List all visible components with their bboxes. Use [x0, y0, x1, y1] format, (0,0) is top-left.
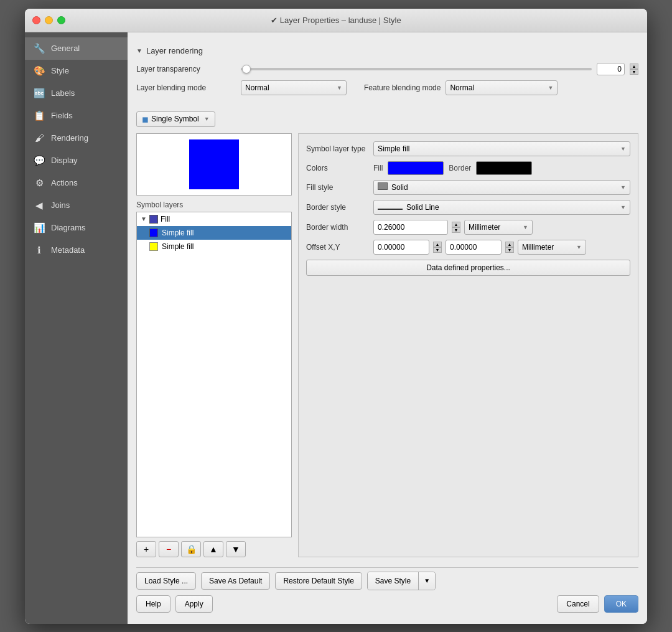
symbol-layer-type-row: Symbol layer type Simple fill ▼: [306, 141, 630, 156]
layer-tools: + − 🔒 ▲ ▼: [136, 541, 292, 557]
simple-fill-item-1[interactable]: Simple fill: [137, 226, 291, 240]
offset-unit-arrow-icon: ▼: [576, 244, 582, 250]
help-button[interactable]: Help: [136, 595, 170, 613]
spinner-up[interactable]: ▲: [630, 64, 638, 69]
fill-style-icon-span: Solid: [378, 182, 408, 192]
blending-row: Layer blending mode Normal ▼ Feature ble…: [136, 80, 638, 95]
border-width-spinner-up[interactable]: ▲: [452, 222, 460, 227]
restore-default-button[interactable]: Restore Default Style: [275, 572, 362, 590]
feature-blending-select[interactable]: Normal ▼: [446, 80, 558, 95]
symbol-layers-label: Symbol layers: [136, 200, 292, 209]
border-width-input[interactable]: [373, 220, 448, 235]
collapse-icon[interactable]: ▼: [136, 47, 142, 54]
group-collapse-icon: ▼: [141, 215, 147, 222]
layer-blending-select[interactable]: Normal ▼: [241, 80, 347, 95]
symbol-panel: Symbol layers ▼ Fill Simple fill: [136, 133, 292, 557]
border-width-spinner[interactable]: ▲ ▼: [452, 222, 460, 233]
fill-style-icon: [378, 182, 388, 190]
solid-line-icon: [378, 209, 403, 210]
border-width-unit-select[interactable]: Millimeter ▼: [464, 220, 533, 235]
sidebar-item-rendering[interactable]: 🖌 Rendering: [25, 127, 128, 149]
feature-blending-label: Feature blending mode: [364, 83, 441, 92]
style-icon: 🎨: [32, 64, 46, 78]
symbol-type-row: ◼ Single Symbol ▼: [136, 111, 638, 127]
offset-x-down[interactable]: ▼: [433, 247, 442, 253]
traffic-lights: [32, 16, 65, 24]
load-style-button[interactable]: Load Style ...: [136, 572, 196, 590]
spinner-down[interactable]: ▼: [630, 69, 638, 75]
data-defined-button[interactable]: Data defined properties...: [306, 260, 630, 276]
fill-group-item[interactable]: ▼ Fill: [137, 212, 291, 226]
symbol-type-dropdown[interactable]: ◼ Single Symbol ▼: [136, 111, 215, 127]
offset-y-input[interactable]: [446, 240, 502, 255]
border-style-select[interactable]: Solid Line ▼: [373, 200, 630, 215]
add-icon: +: [144, 544, 149, 554]
border-width-label: Border width: [306, 223, 368, 232]
select-arrow-icon: ▼: [337, 85, 342, 91]
dialog-buttons: Help Apply Cancel OK: [136, 590, 638, 615]
offset-unit-select[interactable]: Millimeter ▼: [518, 240, 586, 255]
sidebar-item-display[interactable]: 💬 Display: [25, 149, 128, 172]
apply-button[interactable]: Apply: [175, 595, 213, 613]
transparency-slider[interactable]: [241, 68, 592, 70]
sidebar-item-joins[interactable]: ◀ Joins: [25, 194, 128, 217]
move-down-button[interactable]: ▼: [226, 541, 246, 557]
transparency-value-input[interactable]: [597, 63, 625, 75]
display-icon: 💬: [32, 154, 46, 167]
border-unit-arrow-icon: ▼: [523, 224, 528, 230]
border-color-button[interactable]: [476, 161, 532, 175]
offset-y-down[interactable]: ▼: [505, 247, 514, 253]
maximize-button[interactable]: [57, 16, 65, 24]
fill-style-row: Fill style Solid ▼: [306, 180, 630, 195]
save-style-dropdown-button[interactable]: ▼: [419, 572, 435, 590]
metadata-icon: ℹ: [32, 243, 46, 257]
offset-x-up[interactable]: ▲: [433, 242, 442, 247]
colors-label: Colors: [306, 164, 368, 172]
titlebar: ✔ Layer Properties – landuse | Style: [25, 9, 647, 32]
offset-x-input[interactable]: [373, 240, 429, 255]
sidebar-item-fields[interactable]: 📋 Fields: [25, 105, 128, 127]
sidebar-item-general[interactable]: 🔧 General: [25, 37, 128, 60]
layer-type-arrow-icon: ▼: [620, 146, 626, 152]
diagrams-icon: 📊: [32, 221, 46, 235]
fill-color-button[interactable]: [388, 161, 444, 175]
move-up-button[interactable]: ▲: [203, 541, 223, 557]
lock-layer-button[interactable]: 🔒: [181, 541, 201, 557]
sidebar-item-actions[interactable]: ⚙ Actions: [25, 172, 128, 194]
transparency-slider-container: [241, 68, 592, 70]
offset-y-spinner[interactable]: ▲ ▼: [505, 242, 514, 253]
simple-fill-item-2[interactable]: Simple fill: [137, 240, 291, 253]
ok-button[interactable]: OK: [604, 595, 638, 613]
sidebar-item-style[interactable]: 🎨 Style: [25, 60, 128, 82]
offset-y-up[interactable]: ▲: [505, 242, 514, 247]
border-style-arrow-icon: ▼: [620, 204, 626, 210]
close-button[interactable]: [32, 16, 40, 24]
transparency-row: Layer transparency ▲ ▼: [136, 63, 638, 75]
data-defined-row: Data defined properties...: [306, 260, 630, 276]
offset-label: Offset X,Y: [306, 243, 368, 252]
minimize-button[interactable]: [45, 16, 53, 24]
save-as-default-button[interactable]: Save As Default: [201, 572, 270, 590]
main-content: ▼ Layer rendering Layer transparency ▲ ▼: [128, 32, 647, 624]
bottom-action-bar: Load Style ... Save As Default Restore D…: [136, 567, 638, 590]
fill-style-label: Fill style: [306, 183, 368, 192]
rendering-icon: 🖌: [32, 131, 46, 145]
sidebar-item-diagrams[interactable]: 📊 Diagrams: [25, 217, 128, 239]
properties-panel: Symbol layer type Simple fill ▼ Colors F…: [298, 133, 638, 557]
add-layer-button[interactable]: +: [136, 541, 156, 557]
up-icon: ▲: [209, 544, 218, 554]
border-width-controls: ▲ ▼ Millimeter ▼: [373, 220, 533, 235]
cancel-button[interactable]: Cancel: [557, 595, 599, 613]
border-width-spinner-down[interactable]: ▼: [452, 227, 460, 233]
border-text-label: Border: [449, 164, 471, 172]
sidebar-item-metadata[interactable]: ℹ Metadata: [25, 239, 128, 262]
save-style-button[interactable]: Save Style: [368, 572, 419, 590]
offset-x-spinner[interactable]: ▲ ▼: [433, 242, 442, 253]
remove-layer-button[interactable]: −: [159, 541, 179, 557]
fill-style-select[interactable]: Solid ▼: [373, 180, 630, 195]
transparency-spinner[interactable]: ▲ ▼: [630, 64, 638, 75]
layer-type-select[interactable]: Simple fill ▼: [373, 141, 630, 156]
color-buttons-group: Fill Border: [373, 161, 532, 175]
blending-label: Layer blending mode: [136, 83, 236, 92]
sidebar-item-labels[interactable]: 🔤 Labels: [25, 82, 128, 105]
